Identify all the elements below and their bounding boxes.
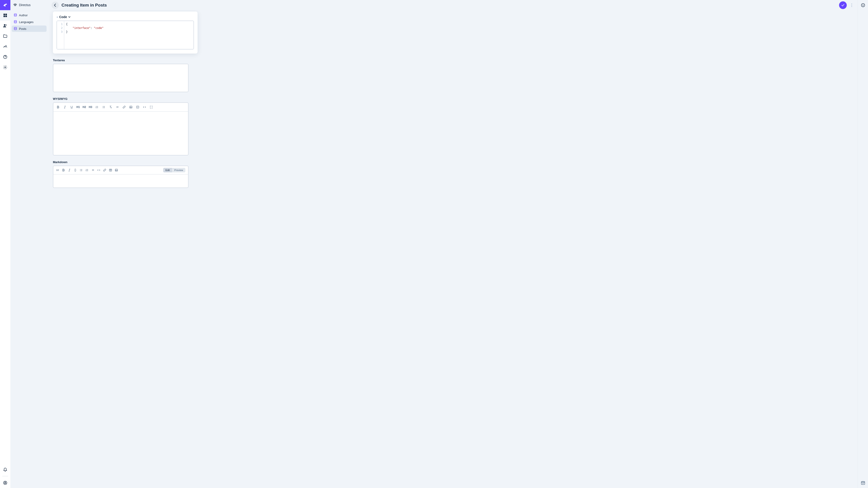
- sidebar-item-author[interactable]: Author: [12, 12, 46, 18]
- svg-point-21: [130, 107, 131, 107]
- required-indicator: ●: [57, 15, 58, 18]
- more-button[interactable]: [849, 1, 854, 9]
- nav-settings[interactable]: [0, 62, 10, 72]
- markdown-mode-toggle: Edit Preview: [163, 168, 185, 172]
- nav-insights[interactable]: [0, 41, 10, 52]
- md-ol-button[interactable]: [86, 168, 89, 172]
- mode-preview[interactable]: Preview: [172, 168, 185, 172]
- svg-point-17: [103, 106, 103, 107]
- image-icon: [115, 168, 118, 172]
- h1-button[interactable]: H1: [76, 105, 80, 109]
- table-icon: [109, 168, 112, 172]
- h2-button[interactable]: H2: [83, 105, 86, 109]
- sidebar-item-label: Author: [19, 13, 28, 17]
- sidebar-item-languages[interactable]: Languages: [12, 19, 46, 25]
- nav-users[interactable]: [0, 21, 10, 31]
- svg-point-25: [80, 171, 81, 171]
- unordered-list-button[interactable]: [102, 105, 106, 109]
- folder-icon: [3, 34, 7, 38]
- md-italic-button[interactable]: [68, 168, 71, 172]
- bold-icon: [62, 168, 65, 172]
- quote-button[interactable]: [115, 105, 119, 109]
- info-button[interactable]: [858, 0, 868, 10]
- calendar-check-icon: [861, 481, 865, 485]
- code-token: "code": [94, 26, 103, 30]
- code-label-text: Code: [59, 15, 67, 19]
- image-icon: [129, 105, 132, 109]
- markdown-label: Markdown: [53, 160, 852, 164]
- textarea-input[interactable]: [53, 64, 188, 92]
- md-strike-button[interactable]: [74, 168, 77, 172]
- svg-point-18: [103, 107, 103, 107]
- link-button[interactable]: [122, 105, 126, 109]
- users-icon: [3, 24, 7, 28]
- nav-docs[interactable]: [0, 52, 10, 62]
- svg-rect-0: [3, 14, 5, 15]
- nav-notifications[interactable]: [0, 464, 10, 475]
- field-wysiwyg: WYSIWYG H1 H2 H3: [53, 97, 852, 156]
- field-code-label[interactable]: ● Code: [57, 15, 194, 19]
- unordered-list-icon: [102, 105, 105, 109]
- ordered-list-button[interactable]: [95, 105, 99, 109]
- ordered-list-icon: [95, 105, 98, 109]
- md-image-button[interactable]: [115, 168, 118, 172]
- svg-rect-1: [5, 14, 7, 15]
- revisions-button[interactable]: [858, 478, 868, 488]
- md-table-button[interactable]: [109, 168, 112, 172]
- nav-files[interactable]: [0, 31, 10, 41]
- h3-button[interactable]: H3: [89, 105, 92, 109]
- bold-button[interactable]: [56, 105, 60, 109]
- svg-point-23: [80, 169, 81, 170]
- underline-button[interactable]: [70, 105, 74, 109]
- mode-edit[interactable]: Edit: [163, 168, 172, 172]
- md-link-button[interactable]: [103, 168, 106, 172]
- gear-icon: [3, 65, 7, 70]
- svg-point-15: [851, 5, 852, 5]
- code-block-button[interactable]: [143, 105, 147, 109]
- md-bold-button[interactable]: [62, 168, 65, 172]
- code-body[interactable]: { "interface": "code" }: [64, 21, 193, 49]
- account-icon: [3, 481, 7, 485]
- link-icon: [123, 105, 126, 109]
- svg-point-14: [851, 3, 852, 4]
- rail-divider: [2, 476, 8, 476]
- nav-collections[interactable]: [0, 10, 10, 21]
- media-button[interactable]: [135, 105, 140, 109]
- image-button[interactable]: [129, 105, 133, 109]
- code-icon: [97, 168, 100, 172]
- app-logo[interactable]: [0, 0, 10, 10]
- global-nav-rail: [0, 0, 10, 488]
- svg-rect-2: [3, 15, 5, 17]
- wysiwyg-editor[interactable]: [53, 111, 188, 156]
- info-icon: [861, 3, 865, 7]
- italic-button[interactable]: [63, 105, 67, 109]
- field-markdown: Markdown Edit Preview: [53, 160, 852, 188]
- field-code-card: ● Code 1 2 3 { "interface": "code" }: [53, 11, 197, 54]
- save-button[interactable]: [839, 1, 847, 9]
- svg-rect-3: [5, 15, 7, 17]
- fullscreen-button[interactable]: [149, 105, 153, 109]
- wysiwyg-label: WYSIWYG: [53, 97, 852, 101]
- underline-icon: [70, 105, 73, 109]
- md-ul-button[interactable]: [80, 168, 83, 172]
- svg-point-11: [14, 13, 17, 14]
- md-quote-button[interactable]: [91, 168, 94, 172]
- sidebar-item-label: Posts: [19, 27, 26, 31]
- svg-point-16: [851, 6, 852, 7]
- strikethrough-icon: [74, 168, 77, 172]
- quote-icon: [91, 168, 94, 172]
- nav-account[interactable]: [0, 478, 10, 488]
- clear-format-button[interactable]: [108, 105, 113, 109]
- back-button[interactable]: [52, 2, 59, 9]
- markdown-editor[interactable]: [53, 174, 188, 188]
- code-editor[interactable]: 1 2 3 { "interface": "code" }: [57, 21, 194, 50]
- heading-button[interactable]: [56, 168, 59, 172]
- svg-point-7: [5, 58, 5, 58]
- svg-point-4: [4, 24, 5, 26]
- sidebar-item-posts[interactable]: Posts: [12, 26, 46, 32]
- heading-icon: [56, 168, 59, 172]
- md-code-button[interactable]: [97, 168, 100, 172]
- database-icon: [13, 27, 17, 31]
- markdown-toolbar: Edit Preview: [53, 166, 188, 174]
- collections-sidebar: Directus Author Languages Posts: [10, 0, 48, 488]
